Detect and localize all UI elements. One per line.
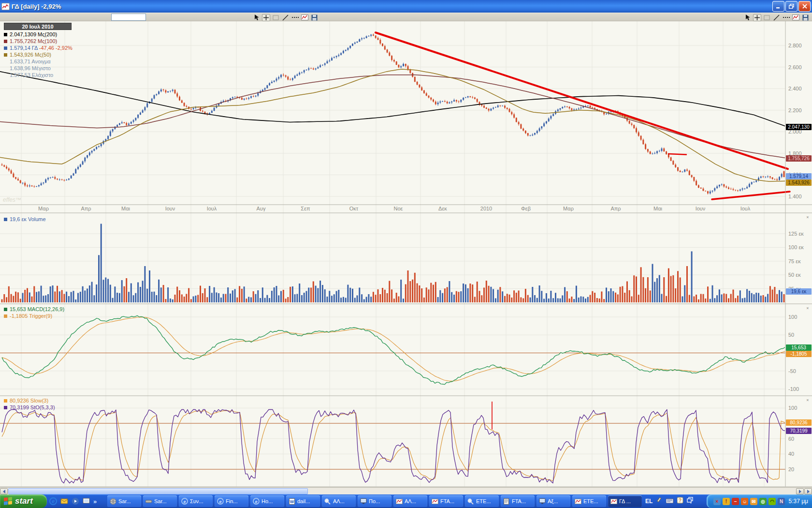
language-indicator[interactable]: EL (645, 498, 652, 505)
crosshair-tool[interactable] (262, 14, 270, 21)
dotted-line-tool[interactable] (291, 14, 299, 21)
quick-launch-chevron-icon[interactable]: » (93, 498, 97, 505)
monitor-icon (360, 498, 367, 505)
pen-icon[interactable] (656, 497, 663, 506)
svg-text:2.800: 2.800 (788, 43, 802, 48)
pointer-tool[interactable] (252, 14, 261, 21)
dotted-line-tool[interactable] (782, 14, 790, 21)
box-tool[interactable] (272, 14, 280, 21)
taskbar-task-Sar[interactable]: Sar... (107, 495, 141, 507)
taskbar-task-ΕΤΕ[interactable]: ΕΤΕ... (465, 495, 499, 507)
magnifier-icon (324, 498, 331, 505)
stoch-axis-badge: 70,3199 (786, 428, 812, 434)
chart-tool[interactable] (792, 14, 800, 21)
close-button[interactable] (798, 1, 811, 12)
save-tool[interactable] (310, 14, 319, 21)
scrollbar-thumb[interactable] (8, 488, 308, 494)
task-label: Συν... (190, 498, 203, 504)
security-shield-icon[interactable]: ! (723, 498, 730, 505)
task-label: Sar... (118, 498, 131, 504)
notes-icon (503, 498, 510, 505)
chart-icon (610, 498, 617, 505)
app-chart-icon (1, 3, 10, 10)
month-label: Ιουν (696, 206, 706, 211)
taskbar-task-Fin[interactable]: eFin... (215, 495, 248, 507)
chart-area[interactable]: 2.8002.6002.4002.2002.0001.8001.6001.400… (0, 21, 812, 487)
svg-text:100: 100 (788, 405, 797, 411)
svg-text:40: 40 (788, 451, 794, 457)
legend-price: 1.579,14 ΓΔ -47,46 -2,92% (4, 45, 72, 51)
pointer-tool[interactable] (743, 14, 752, 21)
volume-pane-close-icon[interactable]: × (805, 215, 810, 220)
outlook-icon[interactable] (60, 497, 69, 506)
scroll-end-button[interactable] (804, 488, 812, 494)
task-label: ΑΛ... (405, 498, 416, 504)
horizontal-scrollbar[interactable] (0, 487, 812, 494)
chart-tool[interactable] (301, 14, 309, 21)
toolbar-tools-center (252, 14, 319, 21)
taskbar-task-ΑΛ[interactable]: ΑΛ... (393, 495, 427, 507)
taskbar-task-Sar[interactable]: Sar... (143, 495, 177, 507)
doc-icon: W (288, 498, 295, 505)
legend-ma100: 1.755,7262 Μς(100) (4, 38, 72, 45)
network-icon[interactable]: N (778, 498, 785, 505)
svg-text:-50: -50 (788, 368, 796, 374)
nvidia-icon[interactable]: ◠ (768, 498, 776, 505)
help-icon[interactable]: ? (677, 497, 683, 506)
keyboard-icon[interactable] (666, 497, 674, 506)
month-label: Μαι (653, 206, 662, 211)
svg-text:60: 60 (788, 436, 794, 442)
cursor-date-label: 20 Ιουλ 2010 (4, 23, 72, 30)
restore-button[interactable] (785, 1, 798, 12)
window-titlebar: ΓΔ [daily] -2,92% (0, 0, 812, 13)
contacts-offline-icon[interactable]: × (713, 498, 721, 505)
chart-icon (395, 498, 403, 505)
macd-pane-close-icon[interactable]: × (805, 306, 810, 311)
svg-text:?: ? (679, 498, 682, 503)
start-button[interactable]: start (0, 494, 47, 508)
clock[interactable]: 5:37 μμ (788, 498, 808, 505)
task-label: FTA... (512, 498, 526, 504)
green-ring-icon[interactable]: ◎ (759, 498, 767, 505)
task-label: Πο... (369, 498, 380, 504)
taskbar-task-Πο[interactable]: Πο... (358, 495, 392, 507)
stoch-pane-close-icon[interactable]: × (805, 398, 810, 403)
chart-canvas[interactable]: 2.8002.6002.4002.2002.0001.8001.6001.400… (0, 21, 812, 487)
volume-axis-badge: 19,6 εκ (786, 288, 812, 295)
alert-icon[interactable]: – (732, 498, 739, 505)
svg-text:2.200: 2.200 (788, 107, 802, 113)
svg-text:e: e (183, 499, 186, 504)
restore-toolbar-icon[interactable] (687, 497, 694, 506)
taskbar-task-Αξ[interactable]: Αξ... (536, 495, 570, 507)
taskbar-task-dail[interactable]: Wdail... (286, 495, 320, 507)
ie-icon[interactable]: e (49, 497, 58, 506)
show-desktop-icon[interactable] (82, 497, 91, 506)
box-tool[interactable] (763, 14, 771, 21)
taskbar-task-ΓΔ[interactable]: ΓΔ ... (608, 495, 642, 507)
line-tool[interactable] (281, 14, 290, 21)
messenger-icon[interactable]: ☺ (741, 498, 748, 505)
taskbar-task-Συν[interactable]: eΣυν... (179, 495, 213, 507)
line-tool[interactable] (772, 14, 781, 21)
scroll-left-button[interactable] (0, 488, 8, 494)
media-icon[interactable] (71, 497, 80, 506)
crosshair-tool[interactable] (753, 14, 761, 21)
taskbar-task-FTA[interactable]: FTA... (501, 495, 535, 507)
toolbar (0, 13, 812, 21)
task-label: Αξ... (548, 498, 558, 504)
taskbar-task-FTA[interactable]: FTA... (429, 495, 463, 507)
svg-text:75 εκ: 75 εκ (788, 258, 801, 264)
month-label: Αυγ (257, 206, 266, 211)
task-label: FTA... (440, 498, 454, 504)
month-label: Μαι (121, 206, 130, 211)
taskbar-task-Ho[interactable]: eHo... (250, 495, 284, 507)
mail-icon[interactable]: ✉ (750, 498, 757, 505)
minimize-button[interactable] (772, 1, 784, 12)
taskbar-task-ΕΤΕ[interactable]: ΕΤΕ... (572, 495, 606, 507)
save-tool[interactable] (801, 14, 810, 21)
symbol-input[interactable] (111, 14, 146, 21)
tape-icon (145, 498, 152, 505)
taskbar-task-ΑΛ[interactable]: ΑΛ... (322, 495, 356, 507)
month-label: Απρ (81, 206, 91, 211)
scroll-right-button[interactable] (796, 488, 804, 494)
